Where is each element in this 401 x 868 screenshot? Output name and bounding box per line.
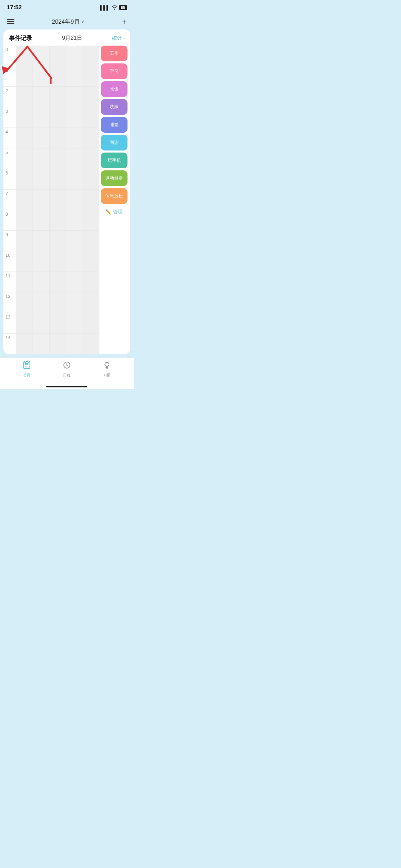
time-row[interactable]: 4 <box>3 128 99 148</box>
menu-button[interactable] <box>7 19 14 24</box>
time-cell[interactable] <box>49 169 66 189</box>
time-row[interactable]: 6 <box>3 169 99 190</box>
time-cell[interactable] <box>16 334 33 354</box>
time-cell[interactable] <box>16 46 33 66</box>
time-cell[interactable] <box>49 46 66 66</box>
header-title[interactable]: 2024年9月 ∨ <box>52 18 84 26</box>
time-cell[interactable] <box>66 272 83 292</box>
time-cell[interactable] <box>49 148 66 169</box>
time-cell[interactable] <box>49 313 66 333</box>
time-cell[interactable] <box>83 190 99 210</box>
time-cell[interactable] <box>49 107 66 128</box>
time-cell[interactable] <box>83 46 99 66</box>
manage-button[interactable]: ✏️管理 <box>101 206 127 218</box>
time-cell[interactable] <box>49 231 66 251</box>
time-cell[interactable] <box>16 272 33 292</box>
time-cell[interactable] <box>49 210 66 230</box>
time-cell[interactable] <box>16 66 33 86</box>
time-cell[interactable] <box>33 210 49 230</box>
time-cell[interactable] <box>16 107 33 128</box>
time-row[interactable]: 3 <box>3 107 99 128</box>
time-row[interactable]: 10 <box>3 251 99 272</box>
time-cell[interactable] <box>49 87 66 107</box>
time-cell[interactable] <box>66 190 83 210</box>
time-cell[interactable] <box>66 46 83 66</box>
time-cell[interactable] <box>66 231 83 251</box>
time-cell[interactable] <box>33 334 49 354</box>
time-cell[interactable] <box>16 231 33 251</box>
time-cell[interactable] <box>33 231 49 251</box>
time-row[interactable]: 9 <box>3 231 99 251</box>
time-cell[interactable] <box>49 272 66 292</box>
time-cell[interactable] <box>66 107 83 128</box>
time-row[interactable]: 12 <box>3 292 99 313</box>
time-row[interactable]: 14 <box>3 334 99 354</box>
nav-item-首页[interactable]: 首页 <box>22 361 31 378</box>
time-cell[interactable] <box>16 148 33 169</box>
category-button[interactable]: 学习 <box>101 63 127 79</box>
time-row[interactable]: 7 <box>3 190 99 210</box>
time-cell[interactable] <box>49 128 66 148</box>
time-cell[interactable] <box>83 128 99 148</box>
category-button[interactable]: 工作 <box>101 46 127 61</box>
time-cell[interactable] <box>16 169 33 189</box>
time-cell[interactable] <box>83 87 99 107</box>
category-button[interactable]: 睡觉 <box>101 117 127 133</box>
time-cell[interactable] <box>83 334 99 354</box>
category-button[interactable]: 休息放松 <box>101 188 127 204</box>
time-cell[interactable] <box>83 292 99 313</box>
nav-item-习惯[interactable]: 习惯 <box>102 361 111 378</box>
time-row[interactable]: 1 <box>3 66 99 87</box>
time-cell[interactable] <box>16 292 33 313</box>
time-cell[interactable] <box>83 66 99 86</box>
time-cell[interactable] <box>16 210 33 230</box>
time-cell[interactable] <box>66 128 83 148</box>
time-cell[interactable] <box>83 169 99 189</box>
time-cell[interactable] <box>33 292 49 313</box>
time-cell[interactable] <box>16 87 33 107</box>
time-cell[interactable] <box>83 148 99 169</box>
category-button[interactable]: 吃饭 <box>101 81 127 97</box>
time-cell[interactable] <box>66 66 83 86</box>
time-cell[interactable] <box>33 66 49 86</box>
time-cell[interactable] <box>33 107 49 128</box>
time-cell[interactable] <box>33 190 49 210</box>
time-cell[interactable] <box>66 313 83 333</box>
category-button[interactable]: 洗漱 <box>101 99 127 115</box>
time-cell[interactable] <box>83 313 99 333</box>
nav-item-日程[interactable]: 日程 <box>62 361 71 378</box>
time-cell[interactable] <box>33 251 49 272</box>
time-cell[interactable] <box>83 251 99 272</box>
time-cell[interactable] <box>66 292 83 313</box>
time-cell[interactable] <box>33 169 49 189</box>
time-cell[interactable] <box>66 148 83 169</box>
time-row[interactable]: 2 <box>3 87 99 107</box>
time-row[interactable]: 5 <box>3 148 99 169</box>
time-cell[interactable] <box>33 46 49 66</box>
time-row[interactable]: 8 <box>3 210 99 231</box>
time-cell[interactable] <box>83 210 99 230</box>
time-cell[interactable] <box>49 66 66 86</box>
stats-button[interactable]: 统计 › <box>112 35 125 41</box>
time-cell[interactable] <box>83 272 99 292</box>
add-button[interactable]: + <box>122 17 127 26</box>
time-cell[interactable] <box>66 210 83 230</box>
time-row[interactable]: 13 <box>3 313 99 334</box>
time-cell[interactable] <box>16 313 33 333</box>
category-button[interactable]: 玩手机 <box>101 153 127 168</box>
time-cell[interactable] <box>66 87 83 107</box>
time-cell[interactable] <box>49 190 66 210</box>
time-cell[interactable] <box>16 190 33 210</box>
time-cell[interactable] <box>66 334 83 354</box>
time-cell[interactable] <box>16 251 33 272</box>
time-cell[interactable] <box>83 231 99 251</box>
time-cell[interactable] <box>33 313 49 333</box>
time-cell[interactable] <box>16 128 33 148</box>
category-button[interactable]: 阅读 <box>101 135 127 150</box>
time-cell[interactable] <box>33 148 49 169</box>
time-cell[interactable] <box>66 169 83 189</box>
time-cell[interactable] <box>49 251 66 272</box>
time-row[interactable]: 0 <box>3 46 99 66</box>
category-button[interactable]: 运动健身 <box>101 170 127 186</box>
time-cell[interactable] <box>49 334 66 354</box>
